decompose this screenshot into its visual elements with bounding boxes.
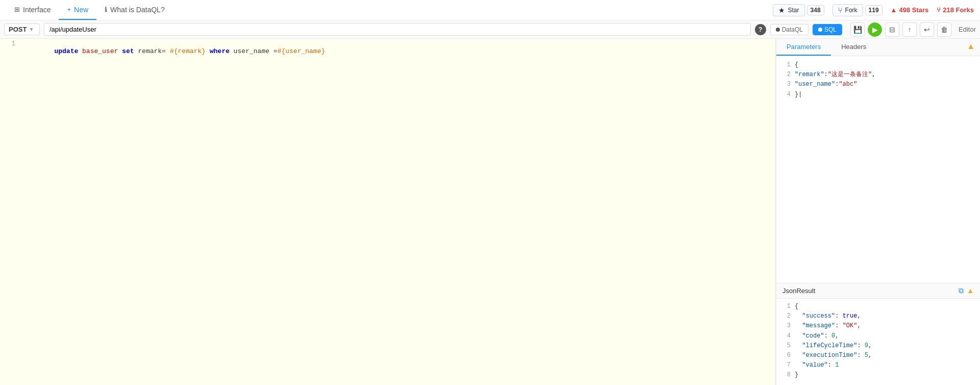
line-number-1: 1: [0, 39, 20, 47]
brand-icon: ▲: [891, 6, 897, 14]
top-nav: ⊞ Interface + New ℹ What is DataQL? ★ St…: [0, 0, 980, 20]
right-panel: Parameters Headers ▲ 1 { 2 "remark":"这是一…: [776, 39, 980, 385]
tab-headers[interactable]: Headers: [831, 39, 876, 56]
new-icon: +: [67, 6, 71, 13]
code-line-1: 1 update base_user set remark= #{remark}…: [0, 39, 775, 64]
interface-icon: ⊞: [14, 6, 20, 13]
url-input[interactable]: [44, 23, 751, 36]
toolbar-actions: 💾 ▶ ⊟ ↑ ↩ 🗑 Editor: [850, 22, 976, 37]
dataql-label: DataQL: [782, 26, 803, 33]
method-label: POST: [9, 26, 27, 33]
result-line-4: 4 "code": 0,: [782, 331, 974, 341]
tab-new-label: New: [74, 6, 88, 14]
tab-what-is-dataql[interactable]: ℹ What is DataQL?: [96, 0, 173, 20]
param-line-4: 4 }|: [782, 90, 974, 100]
result-header: JsonResult ⧉ ▲: [776, 283, 980, 299]
info-tooltip-icon[interactable]: ?: [755, 24, 766, 35]
info-icon: ℹ: [105, 6, 107, 13]
line-content-1: update base_user set remark= #{remark} w…: [20, 39, 327, 64]
tab-interface[interactable]: ⊞ Interface: [6, 0, 59, 20]
brand-forks: 218 Forks: [943, 6, 974, 14]
tab-parameters[interactable]: Parameters: [776, 39, 831, 56]
expand-result-button[interactable]: ▲: [967, 286, 974, 295]
parameters-content[interactable]: 1 { 2 "remark":"这是一条备注", 3 "user_name":"…: [776, 56, 980, 283]
brand-stars-group: ▲ 498 Stars: [891, 6, 929, 14]
code-editor[interactable]: 1 update base_user set remark= #{remark}…: [0, 39, 776, 385]
result-line-8: 8 }: [782, 370, 974, 380]
copy-result-button[interactable]: ⧉: [959, 286, 964, 295]
run-icon: ▶: [872, 26, 878, 34]
result-line-7: 7 "value": 1: [782, 360, 974, 370]
main-content: 1 update base_user set remark= #{remark}…: [0, 39, 980, 385]
result-actions: ⧉ ▲: [959, 286, 974, 295]
sql-label: SQL: [824, 26, 837, 33]
result-line-3: 3 "message": "OK",: [782, 321, 974, 331]
github-fork-group: ⑂ Fork 119: [832, 4, 883, 16]
run-button[interactable]: ▶: [868, 22, 882, 37]
mode-toggle: DataQL SQL: [770, 24, 842, 35]
fork-count: 119: [865, 5, 883, 15]
fork-label: Fork: [845, 7, 857, 14]
panel-expand-button[interactable]: ▲: [962, 39, 980, 56]
json-result-panel: JsonResult ⧉ ▲ 1 { 2 "success": true, 3: [776, 283, 980, 385]
star-label: Star: [788, 7, 799, 14]
github-star-icon: ★: [778, 6, 785, 14]
delete-icon: 🗑: [941, 26, 948, 34]
result-content[interactable]: 1 { 2 "success": true, 3 "message": "OK"…: [776, 299, 980, 385]
star-count: 348: [807, 5, 824, 15]
sql-mode-button[interactable]: SQL: [813, 24, 842, 35]
brand-fork-icon: ⑂: [937, 6, 941, 14]
param-line-3: 3 "user_name":"abc": [782, 80, 974, 89]
github-fork-button[interactable]: ⑂ Fork: [832, 4, 863, 16]
result-line-2: 2 "success": true,: [782, 311, 974, 321]
param-line-1: 1 {: [782, 60, 974, 70]
tab-interface-label: Interface: [23, 6, 51, 14]
save-icon: 💾: [853, 26, 862, 34]
result-line-6: 6 "executionTime": 5,: [782, 351, 974, 360]
format-icon: ⊟: [889, 26, 895, 34]
history-button[interactable]: ↩: [920, 22, 934, 37]
delete-button[interactable]: 🗑: [937, 22, 951, 37]
share-button[interactable]: ↑: [902, 22, 917, 37]
share-icon: ↑: [908, 26, 912, 34]
brand-stars: 498 Stars: [899, 6, 928, 14]
result-line-1: 1 {: [782, 302, 974, 311]
param-line-2: 2 "remark":"这是一条备注",: [782, 70, 974, 80]
brand-forks-group: ⑂ 218 Forks: [937, 6, 974, 14]
save-button[interactable]: 💾: [850, 22, 865, 37]
editor-label: Editor: [959, 26, 976, 33]
dataql-mode-button[interactable]: DataQL: [770, 24, 808, 35]
github-star-group: ★ Star 348: [773, 4, 824, 16]
dataql-dot: [776, 28, 780, 32]
sql-dot: [818, 28, 822, 32]
format-button[interactable]: ⊟: [885, 22, 899, 37]
panel-tabs: Parameters Headers ▲: [776, 39, 980, 56]
toolbar: POST ▼ ? DataQL SQL 💾 ▶ ⊟ ↑ ↩ �: [0, 20, 980, 39]
result-title: JsonResult: [782, 287, 959, 295]
result-line-5: 5 "lifeCycleTime": 9,: [782, 341, 974, 351]
method-select[interactable]: POST ▼: [4, 23, 40, 35]
history-icon: ↩: [924, 26, 930, 34]
chevron-down-icon: ▼: [29, 27, 34, 32]
github-star-button[interactable]: ★ Star: [773, 4, 805, 16]
tab-new[interactable]: + New: [59, 0, 96, 20]
nav-right: ★ Star 348 ⑂ Fork 119 ▲ 498 Stars ⑂ 218 …: [773, 4, 974, 16]
github-fork-icon: ⑂: [838, 6, 842, 14]
what-is-dataql-label: What is DataQL?: [110, 6, 165, 14]
